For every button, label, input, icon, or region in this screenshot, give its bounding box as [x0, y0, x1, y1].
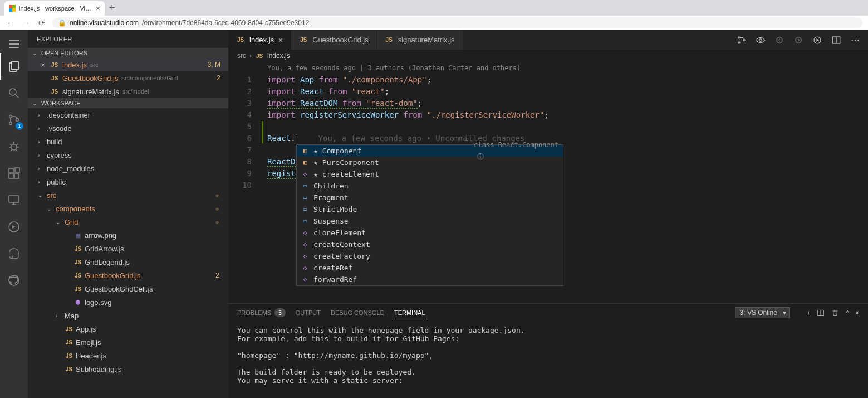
intellisense-popup[interactable]: ◧★Componentclass React.Componentⓘ◧★PureC… [296, 144, 563, 286]
js-file-icon: JS [73, 286, 82, 292]
tree-item[interactable]: JSGuestbookGrid.js2 [28, 269, 228, 282]
close-icon[interactable]: × [39, 61, 47, 69]
editor-tab[interactable]: JS signatureMatrix.js [377, 30, 463, 50]
open-editor-item[interactable]: JS GuestbookGrid.js src/components/Grid … [28, 71, 228, 85]
open-editor-item[interactable]: JS signatureMatrix.js src/model [28, 85, 228, 98]
tree-item[interactable]: ▦arrow.png [28, 229, 228, 242]
tree-item[interactable]: JSGridArrow.js [28, 242, 228, 255]
github-icon[interactable] [0, 267, 28, 294]
menu-icon[interactable] [7, 37, 21, 51]
revision-back-icon[interactable] [773, 34, 786, 46]
liveshare-icon[interactable] [0, 213, 28, 240]
tree-item[interactable]: ⌄components● [28, 202, 228, 215]
tab-problems[interactable]: PROBLEMS 5 [237, 305, 286, 320]
kill-terminal-icon[interactable] [831, 309, 839, 317]
tree-item[interactable]: ⌄src● [28, 188, 228, 202]
js-file-icon: JS [65, 366, 73, 372]
tab-output[interactable]: OUTPUT [296, 307, 321, 319]
tab-label: index.js [249, 36, 274, 44]
terminal-select[interactable]: 3: VS Online [735, 307, 790, 318]
tree-item[interactable]: ›.vscode [28, 122, 228, 135]
chevron-icon: › [38, 125, 45, 132]
suggestion-item[interactable]: ▭StrictMode [297, 203, 563, 215]
chevron-icon: › [38, 112, 45, 118]
back-button[interactable]: ← [6, 18, 16, 27]
tree-item[interactable]: ›build [28, 135, 228, 148]
suggestion-item[interactable]: ◇★createElement [297, 168, 563, 180]
suggestion-label: createContext [313, 239, 370, 250]
open-editors-section[interactable]: ⌄ OPEN EDITORS [28, 48, 228, 58]
suggestion-item[interactable]: ▭Suspense [297, 215, 563, 227]
suggestion-item[interactable]: ◇createRef [297, 262, 563, 274]
chevron-icon: › [38, 152, 45, 158]
browser-tab[interactable]: index.js - workspace - Visual Stu... × [4, 1, 105, 16]
breadcrumb[interactable]: src › JS index.js [228, 50, 868, 62]
url-input[interactable]: 🔒 online.visualstudio.com/environment/7d… [52, 17, 862, 28]
browser-tab-close-icon[interactable]: × [96, 4, 100, 13]
editor-tab[interactable]: JS index.js × [228, 30, 291, 50]
scm-badge: 1 [16, 122, 23, 130]
suggestion-item[interactable]: ◧★Componentclass React.Componentⓘ [297, 145, 563, 157]
suggestion-item[interactable]: ◇createFactory [297, 250, 563, 262]
remote-explorer-icon[interactable] [0, 187, 28, 213]
svg-line-15 [11, 149, 12, 151]
tab-terminal[interactable]: TERMINAL [394, 307, 425, 319]
open-editor-item[interactable]: × JS index.js src 3, M [28, 58, 228, 71]
forward-button[interactable]: → [21, 18, 31, 27]
tree-item[interactable]: ›node_modules [28, 162, 228, 175]
split-editor-icon[interactable] [830, 34, 842, 46]
run-icon[interactable] [811, 34, 823, 46]
tab-debug-console[interactable]: DEBUG CONSOLE [331, 307, 384, 319]
svg-point-4 [9, 89, 16, 95]
debug-icon[interactable] [0, 133, 28, 160]
tree-item[interactable]: JSHeader.js [28, 349, 228, 362]
maximize-panel-icon[interactable]: ^ [846, 309, 849, 316]
suggestion-item[interactable]: ▭Children [297, 180, 563, 192]
tree-item[interactable]: JSGuestbookGridCell.js [28, 282, 228, 295]
suggestion-item[interactable]: ◇forwardRef [297, 274, 563, 285]
suggestion-item[interactable]: ◇cloneElement [297, 227, 563, 239]
close-icon[interactable] [39, 88, 47, 96]
split-terminal-icon[interactable] [817, 309, 825, 317]
info-icon[interactable]: ⓘ [477, 153, 484, 161]
explorer-icon[interactable] [0, 53, 28, 80]
tree-item[interactable]: ›.devcontainer [28, 108, 228, 122]
workspace-section[interactable]: ⌄ WORKSPACE [28, 98, 228, 108]
suggestion-label: Suspense [313, 215, 349, 227]
close-icon[interactable]: × [278, 36, 283, 45]
suggestion-item[interactable]: ▭Fragment [297, 192, 563, 203]
tree-item[interactable]: ›Map [28, 309, 228, 322]
reload-button[interactable]: ⟳ [37, 18, 47, 27]
editor-tab[interactable]: JS GuestbookGrid.js [291, 30, 376, 50]
more-icon[interactable] [849, 34, 861, 46]
new-terminal-icon[interactable]: + [807, 309, 810, 316]
tree-item[interactable]: ⬢logo.svg [28, 295, 228, 309]
gitlens-toggle-icon[interactable] [754, 34, 767, 46]
tree-item[interactable]: JSApp.js [28, 322, 228, 336]
close-panel-icon[interactable]: × [856, 309, 859, 316]
close-icon[interactable] [39, 74, 47, 82]
open-changes-icon[interactable] [735, 34, 748, 46]
tree-item[interactable]: ›public [28, 175, 228, 188]
search-icon[interactable] [0, 80, 28, 106]
item-badge: 2 [217, 74, 224, 82]
revision-forward-icon[interactable] [792, 34, 805, 46]
svg-line-16 [16, 149, 17, 151]
extensions-icon[interactable] [0, 160, 28, 187]
tree-item[interactable]: ⌄Grid● [28, 215, 228, 229]
terminal-output[interactable]: You can control this with the homepage f… [228, 322, 868, 398]
chevron-icon: › [38, 166, 45, 172]
new-tab-button[interactable]: + [109, 2, 115, 14]
code-editor[interactable]: 12345678910 You, a few seconds ago | 3 a… [228, 62, 868, 303]
tree-item[interactable]: JSGridLegend.js [28, 255, 228, 269]
tree-item[interactable]: JSSubheading.js [28, 362, 228, 376]
suggestion-item[interactable]: ◇createContext [297, 239, 563, 250]
github-pr-icon[interactable] [0, 240, 28, 267]
breadcrumb-folder: src [237, 52, 246, 60]
tree-item[interactable]: ›cypress [28, 148, 228, 162]
tree-item[interactable]: JSEmoji.js [28, 336, 228, 349]
svg-file-icon: ⬢ [73, 299, 82, 306]
favicon-icon [9, 5, 16, 12]
source-control-icon[interactable]: 1 [0, 106, 28, 133]
codelens[interactable]: You, a few seconds ago | 3 authors (Jona… [267, 62, 868, 74]
